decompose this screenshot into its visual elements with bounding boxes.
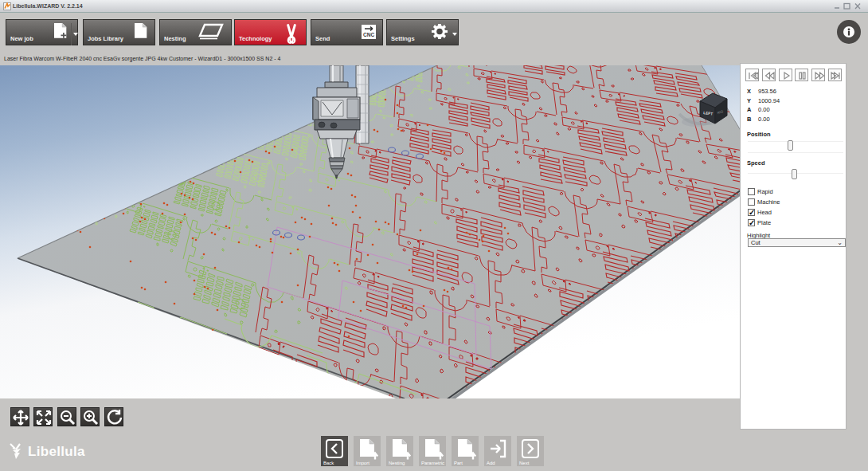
svg-text:CNC: CNC (363, 32, 374, 37)
